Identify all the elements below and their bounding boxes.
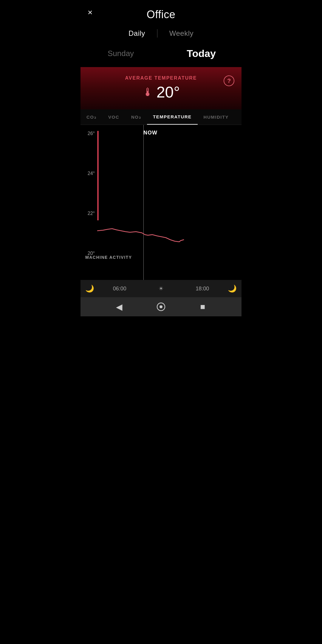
time-label-1800: 18:00 <box>182 286 223 292</box>
home-button[interactable] <box>154 300 168 314</box>
thermometer-icon: 🌡 <box>142 86 154 98</box>
metric-tab-temperature[interactable]: TEMPERATURE <box>147 109 198 125</box>
moon-left-icon: 🌙 <box>80 284 99 293</box>
avg-temperature-banner: AVERAGE TEMPERATURE 🌡 20° ? <box>80 67 242 109</box>
machine-activity-label: MACHINE ACTIVITY <box>85 255 132 260</box>
y-label-22: 22° <box>80 211 97 216</box>
svg-point-1 <box>160 305 162 308</box>
day-today[interactable]: Today <box>161 46 242 61</box>
header: × Office <box>80 0 242 26</box>
back-button[interactable]: ◀ <box>112 300 126 314</box>
y-label-26: 26° <box>80 131 97 136</box>
metric-tab-voc[interactable]: VOC <box>102 110 125 124</box>
time-label-0600: 06:00 <box>99 286 140 292</box>
temperature-chart: 26° 24° 22° 20° NOW MACHINE ACTIVITY <box>80 125 242 280</box>
close-button[interactable]: × <box>88 8 92 17</box>
moon-right-icon: 🌙 <box>223 284 242 293</box>
tab-daily[interactable]: Daily <box>117 28 157 39</box>
y-label-24: 24° <box>80 171 97 176</box>
temperature-value: 20° <box>157 83 180 101</box>
help-button[interactable]: ? <box>224 75 234 86</box>
avg-label: AVERAGE TEMPERATURE <box>125 75 197 81</box>
avg-value: 🌡 20° <box>142 83 180 101</box>
tab-weekly[interactable]: Weekly <box>157 28 205 39</box>
metric-tab-no2[interactable]: NO₂ <box>125 110 147 125</box>
sun-icon-center: ☀ <box>140 285 182 292</box>
metric-tab-co2[interactable]: CO₂ <box>80 110 102 125</box>
day-selector: Sunday Today <box>80 44 242 67</box>
stop-button[interactable]: ■ <box>196 300 210 314</box>
page-title: Office <box>147 8 175 21</box>
metric-tabs: CO₂ VOC NO₂ TEMPERATURE HUMIDITY <box>80 109 242 125</box>
home-circle-icon <box>156 302 166 312</box>
day-sunday[interactable]: Sunday <box>80 47 161 60</box>
time-axis: 🌙 06:00 ☀ 18:00 🌙 <box>80 280 242 297</box>
chart-inner: 26° 24° 22° 20° NOW MACHINE ACTIVITY <box>80 125 242 280</box>
view-tabs: Daily Weekly <box>80 26 242 44</box>
bottom-navigation: ◀ ■ <box>80 297 242 316</box>
metric-tab-humidity[interactable]: HUMIDITY <box>198 110 235 124</box>
sun-icon: ☀ <box>159 285 163 292</box>
